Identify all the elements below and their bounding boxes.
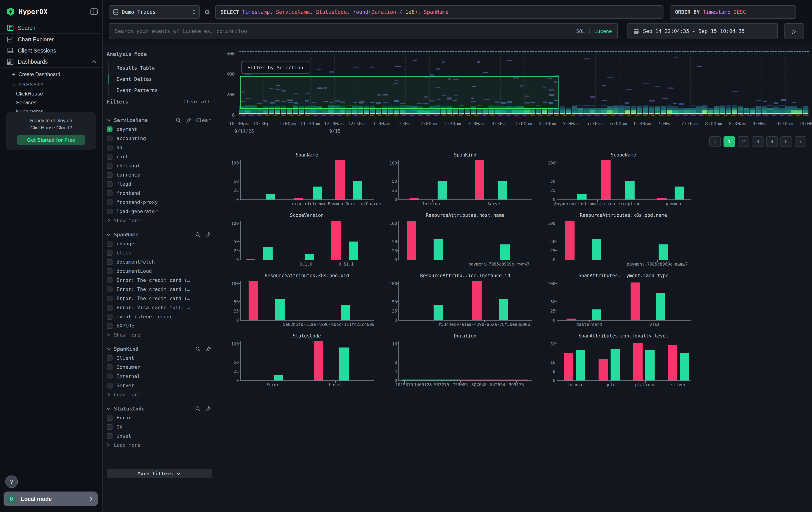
- checkbox[interactable]: [107, 355, 113, 361]
- pin-icon[interactable]: [205, 406, 211, 411]
- checkbox[interactable]: [107, 424, 113, 430]
- filter-checkbox-click[interactable]: click: [107, 248, 212, 257]
- get-started-button[interactable]: Get Started for Free: [17, 135, 85, 145]
- checkbox[interactable]: [107, 190, 113, 196]
- filter-checkbox-internal[interactable]: Internal: [107, 372, 212, 381]
- filter-checkbox-accounting[interactable]: accounting: [107, 134, 212, 143]
- chevron-up-icon[interactable]: [92, 59, 96, 64]
- filter-checkbox-error-the-credit-card-[interactable]: Error: The credit card (…: [107, 276, 212, 285]
- run-query-button[interactable]: ▷: [784, 23, 804, 39]
- checkbox[interactable]: [107, 181, 113, 187]
- search-input[interactable]: Search your events w/ Lucene ex. column:…: [109, 23, 618, 39]
- toggle-lucene[interactable]: Lucene: [594, 28, 612, 34]
- chevron-down-icon[interactable]: [107, 347, 111, 351]
- checkbox[interactable]: [107, 172, 113, 178]
- search-icon[interactable]: [176, 117, 181, 123]
- time-range-picker[interactable]: Sep 14 22:04:35 - Sep 15 10:04:35: [628, 23, 778, 39]
- filter-checkbox-currency[interactable]: currency: [107, 170, 212, 180]
- chevron-down-icon[interactable]: [107, 233, 111, 237]
- pin-icon[interactable]: [186, 117, 191, 123]
- pagination-next-button[interactable]: ›: [795, 136, 806, 147]
- filter-checkbox-server[interactable]: Server: [107, 381, 212, 390]
- pagination-prev-button[interactable]: ‹: [709, 136, 721, 147]
- search-icon[interactable]: [195, 346, 201, 352]
- checkbox[interactable]: [107, 415, 113, 421]
- sidebar-item-dashboards[interactable]: Dashboards: [0, 56, 102, 68]
- checkbox[interactable]: [107, 241, 113, 247]
- show-more-button[interactable]: Show more: [107, 216, 212, 225]
- filter-checkbox-checkout[interactable]: checkout: [107, 161, 212, 170]
- pagination-page-1[interactable]: 1: [724, 136, 735, 147]
- filter-checkbox-flagd[interactable]: flagd: [107, 180, 212, 189]
- checkbox[interactable]: [107, 383, 113, 388]
- checkbox[interactable]: [107, 154, 113, 160]
- local-mode-button[interactable]: U Local mode: [4, 491, 98, 506]
- create-dashboard-button[interactable]: +Create Dashboard: [0, 71, 102, 78]
- gear-icon[interactable]: ⚙: [204, 8, 210, 16]
- checkbox[interactable]: [107, 250, 113, 256]
- sidebar-item-client-sessions[interactable]: Client Sessions: [0, 45, 102, 56]
- clear-all-button[interactable]: Clear all: [183, 99, 210, 105]
- filter-checkbox-error[interactable]: Error: [107, 413, 212, 422]
- sidebar-item-chart-explorer[interactable]: Chart Explorer: [0, 33, 102, 45]
- pagination-page-2[interactable]: 2: [738, 136, 749, 147]
- search-icon[interactable]: [195, 232, 201, 237]
- search-icon[interactable]: [195, 406, 201, 411]
- filter-checkbox-expire[interactable]: EXPIRE: [107, 321, 212, 330]
- checkbox[interactable]: [107, 136, 113, 141]
- filter-checkbox-frontend[interactable]: frontend: [107, 189, 212, 198]
- filter-checkbox-load-generator[interactable]: load-generator: [107, 207, 212, 216]
- filter-checkbox-ok[interactable]: Ok: [107, 422, 212, 431]
- sidebar-preset-services[interactable]: Services: [0, 99, 102, 106]
- checkbox[interactable]: [107, 374, 113, 379]
- presets-toggle[interactable]: PRESETS: [0, 81, 102, 88]
- source-selector[interactable]: Demo Traces: [109, 5, 200, 19]
- more-filters-button[interactable]: More filters: [107, 469, 212, 478]
- filter-by-selection-button[interactable]: Filter by Selection: [241, 61, 309, 74]
- pagination-page-3[interactable]: 3: [752, 136, 763, 147]
- show-more-button[interactable]: Load more: [107, 390, 212, 399]
- checkbox[interactable]: [107, 287, 113, 292]
- filter-checkbox-client[interactable]: Client: [107, 353, 212, 362]
- filter-checkbox-error-the-credit-card-[interactable]: Error: The credit card (…: [107, 294, 212, 303]
- filter-checkbox-error-visa-cache-full-[interactable]: Error: Visa cache full: …: [107, 303, 212, 312]
- sidebar-item-search[interactable]: Search: [0, 22, 102, 33]
- filter-checkbox-frontend-proxy[interactable]: frontend-proxy: [107, 198, 212, 207]
- tab-results-table[interactable]: Results Table: [109, 62, 157, 74]
- filter-checkbox-ad[interactable]: ad: [107, 143, 212, 152]
- filter-checkbox-documentload[interactable]: documentLoad: [107, 266, 212, 276]
- sql-select-editor[interactable]: SELECT Timestamp, ServiceName, StatusCod…: [215, 5, 664, 19]
- tab-event-deltas[interactable]: Event Deltas: [109, 74, 157, 85]
- filter-checkbox-consumer[interactable]: Consumer: [107, 362, 212, 372]
- checkbox[interactable]: [107, 433, 113, 439]
- checkbox[interactable]: [107, 305, 113, 311]
- checkbox[interactable]: [107, 365, 113, 370]
- checkbox[interactable]: [107, 296, 113, 301]
- clear-filter-button[interactable]: Clear: [196, 117, 211, 123]
- help-button[interactable]: ?: [5, 476, 18, 488]
- checkbox[interactable]: [107, 259, 113, 265]
- filter-checkbox-documentfetch[interactable]: documentFetch: [107, 257, 212, 266]
- sidebar-preset-clickhouse[interactable]: ClickHouse: [0, 90, 102, 97]
- checkbox[interactable]: [107, 145, 113, 151]
- checkbox-checked[interactable]: ✓: [107, 127, 113, 132]
- pin-icon[interactable]: [205, 346, 211, 352]
- checkbox[interactable]: [107, 277, 113, 283]
- checkbox[interactable]: [107, 314, 113, 320]
- tab-event-patterns[interactable]: Event Patterns: [109, 85, 157, 96]
- checkbox[interactable]: [107, 163, 113, 169]
- checkbox[interactable]: [107, 323, 113, 329]
- filter-checkbox-unset[interactable]: Unset: [107, 431, 212, 440]
- filter-checkbox-payment[interactable]: ✓payment: [107, 125, 212, 134]
- toggle-sql[interactable]: SQL: [576, 28, 585, 34]
- pagination-page-5[interactable]: 5: [780, 136, 792, 147]
- checkbox[interactable]: [107, 268, 113, 274]
- show-more-button[interactable]: Show more: [107, 330, 212, 339]
- filter-checkbox-change[interactable]: change: [107, 239, 212, 248]
- chevron-down-icon[interactable]: [107, 118, 111, 122]
- pin-icon[interactable]: [205, 232, 211, 237]
- show-more-button[interactable]: Load more: [107, 440, 212, 450]
- chevron-down-icon[interactable]: [107, 407, 111, 411]
- pagination-page-4[interactable]: 4: [766, 136, 778, 147]
- filter-checkbox-error-the-credit-card-[interactable]: Error: The credit card (…: [107, 285, 212, 294]
